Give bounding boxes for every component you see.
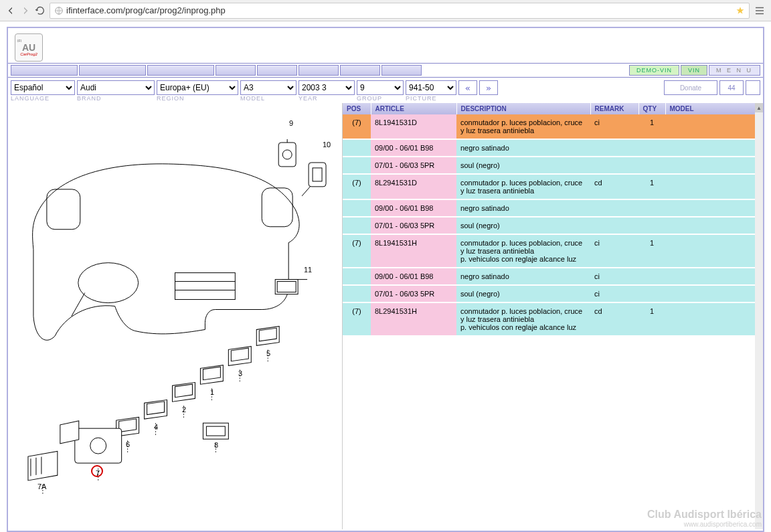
table-row[interactable]: (7)8L1941531Hconmutador p. luces poblaci…: [343, 234, 763, 268]
cell-model: [665, 268, 763, 285]
scroll-up-icon[interactable]: ▲: [755, 103, 763, 112]
table-row[interactable]: 09/00 - 06/01 B98negro satinado: [343, 199, 763, 217]
nav-blank-2[interactable]: [79, 65, 146, 76]
label-model: MODEL: [240, 95, 296, 102]
reload-icon[interactable]: [35, 5, 46, 16]
svg-rect-1: [47, 189, 80, 230]
selector-row: Español Audi Europa+ (EU) A3 2003 3 9 94…: [8, 78, 763, 95]
nav-blank-3[interactable]: [147, 65, 214, 76]
label-group: GROUP: [357, 95, 404, 102]
cell-article: 09/00 - 06/01 B98: [371, 139, 456, 157]
cell-model: [665, 234, 763, 268]
th-article[interactable]: ARTICLE: [371, 103, 456, 114]
browser-toolbar: ifinterface.com/prog/car/prog2/inprog.ph…: [0, 0, 771, 21]
cell-remark: cd: [590, 302, 638, 336]
svg-rect-4: [175, 273, 236, 300]
callout-4: 4: [154, 423, 158, 431]
label-language: LANGUAGE: [11, 95, 75, 102]
cell-qty: 1: [638, 114, 665, 139]
vin-button[interactable]: VIN: [681, 65, 707, 76]
callout-6: 6: [126, 440, 130, 448]
cell-desc: conmutador p. luces poblacion, cruce y l…: [456, 114, 590, 139]
year-select[interactable]: 2003 3: [298, 80, 355, 95]
cell-pos: (7): [343, 174, 371, 199]
blank-button[interactable]: [746, 80, 760, 95]
cell-qty: [638, 285, 665, 302]
table-row[interactable]: (7)8L2941531Hconmutador p. luces poblaci…: [343, 302, 763, 336]
cell-remark: cd: [590, 174, 638, 199]
cell-qty: [638, 199, 665, 217]
cell-pos: [343, 268, 371, 285]
table-row[interactable]: (7)8L1941531Dconmutador p. luces poblaci…: [343, 114, 763, 139]
picture-select[interactable]: 941-50: [406, 80, 456, 95]
th-model[interactable]: MODEL: [665, 103, 763, 114]
svg-point-27: [90, 438, 106, 454]
cell-article: 07/01 - 06/03 5PR: [371, 285, 456, 302]
cell-qty: [638, 217, 665, 234]
label-brand: BRAND: [77, 95, 155, 102]
svg-rect-19: [175, 384, 193, 397]
cell-model: [665, 302, 763, 336]
star-icon[interactable]: [736, 6, 745, 15]
forward-icon[interactable]: [20, 5, 31, 16]
brand-select[interactable]: Audi: [77, 80, 155, 95]
exploded-diagram[interactable]: 9 10 11 5 3 1 2 4 6 8 7 7A: [8, 103, 343, 529]
donate-button[interactable]: Donate: [664, 80, 717, 95]
nav-blank-7[interactable]: [340, 65, 380, 76]
url-text: ifinterface.com/prog/car/prog2/inprog.ph…: [66, 5, 733, 15]
th-qty[interactable]: QTY: [638, 103, 665, 114]
nav-blank-8[interactable]: [381, 65, 422, 76]
callout-7a: 7A: [37, 482, 46, 491]
language-select[interactable]: Español: [11, 80, 75, 95]
cell-qty: 1: [638, 302, 665, 336]
nav-blank-1[interactable]: [11, 65, 78, 76]
table-row[interactable]: 07/01 - 06/03 5PRsoul (negro): [343, 157, 763, 174]
url-bar[interactable]: ifinterface.com/prog/car/prog2/inprog.ph…: [50, 3, 750, 19]
callout-1: 1: [210, 388, 214, 396]
diagram-svg: [8, 103, 342, 529]
cell-remark: [590, 157, 638, 174]
callout-5: 5: [266, 349, 270, 357]
cell-model: [665, 217, 763, 234]
scrollbar[interactable]: ▲: [755, 103, 763, 529]
callout-2: 2: [182, 406, 186, 414]
th-pos[interactable]: POS: [343, 103, 371, 114]
group-select[interactable]: 9: [357, 80, 404, 95]
menu-button[interactable]: M E N U: [709, 65, 760, 76]
nav-blank-6[interactable]: [298, 65, 339, 76]
cell-desc: negro satinado: [456, 268, 590, 285]
table-header-row: POS ARTICLE DESCRIPTION REMARK QTY MODEL: [343, 103, 763, 114]
callout-11: 11: [304, 266, 312, 274]
logo-main: AU: [22, 43, 35, 52]
svg-rect-11: [277, 282, 296, 292]
table-row[interactable]: 07/01 - 06/03 5PRsoul (negro)ci: [343, 285, 763, 302]
cell-desc: negro satinado: [456, 139, 590, 157]
th-desc[interactable]: DESCRIPTION: [456, 103, 590, 114]
table-row[interactable]: 07/01 - 06/03 5PRsoul (negro): [343, 217, 763, 234]
logo[interactable]: IFI AU CarProg2: [15, 33, 43, 62]
model-select[interactable]: A3: [240, 80, 296, 95]
logo-sub: CarProg2: [20, 52, 37, 56]
parts-table: POS ARTICLE DESCRIPTION REMARK QTY MODEL…: [343, 103, 763, 337]
demo-vin-button[interactable]: DEMO-VIN: [629, 65, 679, 76]
nav-blank-4[interactable]: [216, 65, 256, 76]
prev-picture-button[interactable]: «: [458, 80, 477, 95]
table-row[interactable]: (7)8L2941531Dconmutador p. luces poblaci…: [343, 174, 763, 199]
cell-pos: (7): [343, 114, 371, 139]
cell-remark: [590, 217, 638, 234]
cell-desc: soul (negro): [456, 285, 590, 302]
callout-8: 8: [214, 441, 218, 449]
back-icon[interactable]: [5, 5, 16, 16]
cell-qty: 1: [638, 174, 665, 199]
parts-table-pane[interactable]: POS ARTICLE DESCRIPTION REMARK QTY MODEL…: [343, 103, 763, 529]
cell-desc: soul (negro): [456, 157, 590, 174]
table-row[interactable]: 09/00 - 06/01 B98negro satinadoci: [343, 268, 763, 285]
next-picture-button[interactable]: »: [479, 80, 498, 95]
region-select[interactable]: Europa+ (EU): [157, 80, 238, 95]
hamburger-icon[interactable]: [754, 5, 766, 17]
nav-blank-5[interactable]: [257, 65, 297, 76]
th-remark[interactable]: REMARK: [590, 103, 638, 114]
table-row[interactable]: 09/00 - 06/01 B98negro satinado: [343, 139, 763, 157]
cell-model: [665, 139, 763, 157]
cell-remark: ci: [590, 268, 638, 285]
